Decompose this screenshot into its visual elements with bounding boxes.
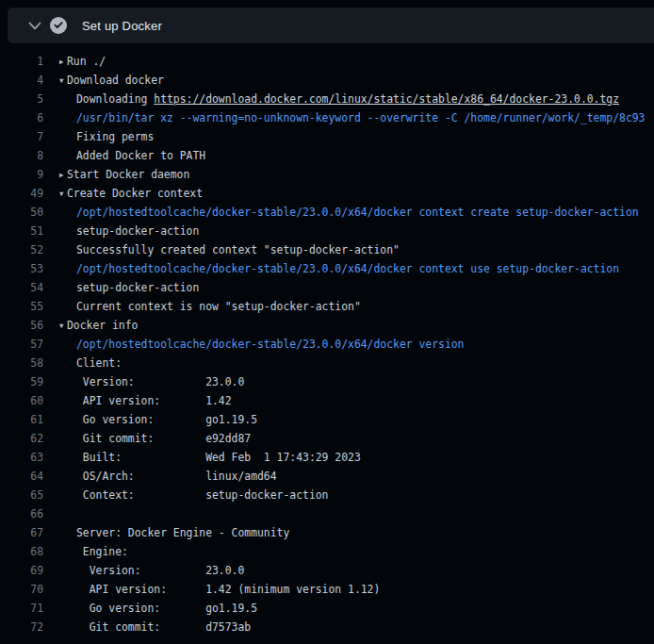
line-number-link[interactable]: 53	[0, 259, 43, 278]
output-text: API version: 1.42 (minimum version 1.12)	[76, 580, 380, 599]
output-text: Client:	[76, 354, 122, 372]
log-line: 70 API version: 1.42 (minimum version 1.…	[0, 580, 654, 599]
line-number-link[interactable]: 69	[0, 561, 43, 580]
log-line: 67Server: Docker Engine - Community	[0, 523, 654, 542]
line-number-link[interactable]: 59	[0, 372, 43, 391]
group-title: Download docker	[67, 74, 164, 87]
line-number-link[interactable]: 70	[0, 580, 43, 599]
output-text: Git commit: d7573ab	[76, 618, 251, 636]
log-line: 53/opt/hostedtoolcache/docker-stable/23.…	[0, 259, 654, 278]
log-line: 56▼Docker info	[0, 316, 654, 335]
log-url-link[interactable]: https://download.docker.com/linux/static…	[154, 92, 619, 106]
line-number-link[interactable]: 60	[0, 391, 43, 410]
log-line: 54setup-docker-action	[0, 278, 654, 297]
line-number-link[interactable]: 64	[0, 467, 43, 486]
log-lines: 1▶Run ./4▼Download docker5Downloading ht…	[0, 43, 654, 636]
command-text: /usr/bin/tar xz --warning=no-unknown-key…	[76, 108, 645, 127]
line-number-link[interactable]: 68	[0, 542, 43, 561]
status-check-icon	[50, 17, 67, 34]
line-number-link[interactable]: 67	[0, 523, 43, 542]
line-number-link[interactable]: 71	[0, 599, 43, 618]
line-number-link[interactable]: 1	[0, 52, 43, 71]
log-group-toggle[interactable]: ▶Start Docker daemon	[59, 165, 189, 184]
triangle-down-icon: ▼	[59, 317, 67, 336]
line-number-link[interactable]: 8	[0, 146, 43, 165]
log-line: 52Successfully created context "setup-do…	[0, 240, 654, 259]
triangle-right-icon: ▶	[59, 166, 67, 185]
output-text: Git commit: e92dd87	[76, 429, 251, 448]
line-number-link[interactable]: 61	[0, 410, 43, 429]
line-number-link[interactable]: 62	[0, 429, 43, 448]
line-number-link[interactable]: 58	[0, 354, 43, 372]
line-number-link[interactable]: 54	[0, 278, 43, 297]
line-number-link[interactable]: 72	[0, 618, 43, 636]
line-number-link[interactable]: 63	[0, 448, 43, 467]
line-number-link[interactable]: 7	[0, 127, 43, 146]
line-number-link[interactable]: 6	[0, 108, 43, 127]
step-header[interactable]: Set up Docker	[8, 8, 654, 43]
log-line: 57/opt/hostedtoolcache/docker-stable/23.…	[0, 335, 654, 354]
command-text: /opt/hostedtoolcache/docker-stable/23.0.…	[76, 335, 464, 354]
chevron-down-icon[interactable]	[28, 22, 41, 30]
log-line: 51setup-docker-action	[0, 222, 654, 240]
log-line: 8Added Docker to PATH	[0, 146, 654, 165]
log-line: 5Downloading https://download.docker.com…	[0, 90, 654, 108]
command-text: /opt/hostedtoolcache/docker-stable/23.0.…	[76, 259, 619, 278]
log-line: 65 Context: setup-docker-action	[0, 486, 654, 504]
output-text: Version: 23.0.0	[76, 561, 244, 580]
output-text: Fixing perms	[76, 127, 154, 146]
line-number-link[interactable]: 55	[0, 297, 43, 316]
log-group-toggle[interactable]: ▶Run ./	[59, 52, 106, 71]
line-number-link[interactable]: 56	[0, 316, 43, 335]
output-text: Server: Docker Engine - Community	[76, 523, 289, 542]
line-number-link[interactable]: 52	[0, 240, 43, 259]
log-line: 49▼Create Docker context	[0, 184, 654, 203]
output-text: Successfully created context "setup-dock…	[76, 240, 400, 259]
log-line: 1▶Run ./	[0, 52, 654, 71]
output-text: Go version: go1.19.5	[76, 410, 257, 429]
log-line: 68 Engine:	[0, 542, 654, 561]
workflow-log-viewer: Set up Docker 1▶Run ./4▼Download docker5…	[0, 8, 654, 636]
log-line: 63 Built: Wed Feb 1 17:43:29 2023	[0, 448, 654, 467]
log-group-toggle[interactable]: ▼Download docker	[59, 71, 164, 90]
log-line: 69 Version: 23.0.0	[0, 561, 654, 580]
step-title: Set up Docker	[82, 19, 162, 33]
output-text: Version: 23.0.0	[76, 372, 244, 391]
output-text: API version: 1.42	[76, 391, 232, 410]
log-line: 9▶Start Docker daemon	[0, 165, 654, 184]
log-line: 66	[0, 504, 654, 523]
output-text: OS/Arch: linux/amd64	[76, 467, 277, 486]
output-text: setup-docker-action	[76, 278, 199, 297]
log-line: 61 Go version: go1.19.5	[0, 410, 654, 429]
log-line: 71 Go version: go1.19.5	[0, 599, 654, 618]
line-number-link[interactable]: 57	[0, 335, 43, 354]
output-text: Built: Wed Feb 1 17:43:29 2023	[76, 448, 361, 467]
line-number-link[interactable]: 65	[0, 486, 43, 504]
log-line: 55Current context is now "setup-docker-a…	[0, 297, 654, 316]
triangle-down-icon: ▼	[59, 72, 67, 91]
output-text: setup-docker-action	[76, 222, 199, 240]
line-number-link[interactable]: 66	[0, 504, 43, 523]
output-text: Go version: go1.19.5	[76, 599, 257, 618]
log-line: 64 OS/Arch: linux/amd64	[0, 467, 654, 486]
line-number-link[interactable]: 50	[0, 203, 43, 222]
triangle-right-icon: ▶	[59, 53, 67, 72]
log-line: 7Fixing perms	[0, 127, 654, 146]
log-line: 62 Git commit: e92dd87	[0, 429, 654, 448]
line-number-link[interactable]: 51	[0, 222, 43, 240]
log-line: 59 Version: 23.0.0	[0, 372, 654, 391]
output-text: Current context is now "setup-docker-act…	[76, 297, 361, 316]
log-line: 72 Git commit: d7573ab	[0, 618, 654, 636]
line-number-link[interactable]: 9	[0, 165, 43, 184]
log-line: 50/opt/hostedtoolcache/docker-stable/23.…	[0, 203, 654, 222]
line-number-link[interactable]: 49	[0, 184, 43, 203]
log-group-toggle[interactable]: ▼Create Docker context	[59, 184, 203, 203]
output-text: Context: setup-docker-action	[76, 486, 328, 504]
log-line: 6/usr/bin/tar xz --warning=no-unknown-ke…	[0, 108, 654, 127]
line-number-link[interactable]: 4	[0, 71, 43, 90]
output-text: Downloading https://download.docker.com/…	[76, 90, 619, 108]
line-number-link[interactable]: 5	[0, 90, 43, 108]
command-text: /opt/hostedtoolcache/docker-stable/23.0.…	[76, 203, 639, 222]
log-line: 58Client:	[0, 354, 654, 372]
log-group-toggle[interactable]: ▼Docker info	[59, 316, 138, 335]
